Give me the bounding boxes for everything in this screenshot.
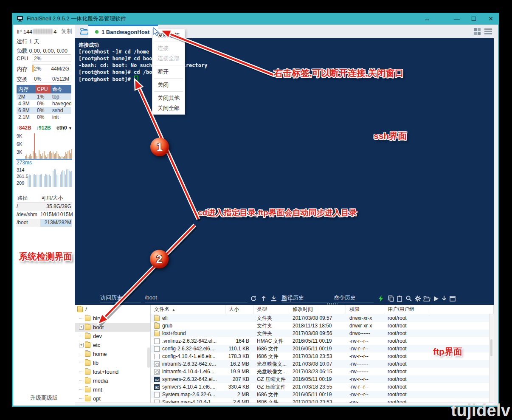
net-bar	[65, 152, 66, 159]
file-list-scrollbar[interactable]	[489, 314, 494, 403]
file-name-cell: config-4.10.4-1.el6.elr...	[151, 352, 225, 360]
disk-row[interactable]: /dev/shm1015M/1015M	[17, 211, 72, 219]
close-button[interactable]: ✕	[482, 13, 499, 25]
process-table-header[interactable]: 内存 CPU 命令	[17, 85, 71, 93]
path-history-field[interactable]: 路径历史	[282, 294, 329, 302]
col-type[interactable]: 类型	[253, 305, 289, 314]
refresh-icon[interactable]	[250, 295, 257, 302]
tree-item-lib[interactable]: lib	[75, 358, 150, 367]
col-modified[interactable]: 修改时间	[289, 305, 346, 314]
file-row-lost+found[interactable]: lost+found文件夹2017/03/08 09:56drwx------r…	[151, 330, 494, 337]
resize-icon[interactable]: ↔	[419, 13, 436, 25]
tree-item-mnt[interactable]: mnt	[75, 385, 150, 394]
tab-bandwagonhost[interactable]: 1 BandwagonHost	[88, 25, 158, 38]
ping-bar	[71, 171, 72, 187]
file-type-cell: 光盘映像文...	[253, 368, 289, 375]
file-row-symvers-2.6.32-642.el...[interactable]: GZsymvers-2.6.32-642.el...207 KBGZ 压缩文件2…	[151, 375, 494, 383]
file-row-symvers-4.10.4-1.el6....[interactable]: GZsymvers-4.10.4-1.el6....330.4 KBGZ 压缩文…	[151, 383, 494, 391]
download-icon[interactable]	[270, 295, 278, 302]
menu-item-断开[interactable]: 断开	[152, 67, 185, 77]
system-monitor-sidebar: IP 144 4 复制 运行 1 天 负载 0.00, 0.00, 0.00 C…	[13, 25, 75, 406]
file-rows: efi文件夹2017/03/08 09:57drwxr-xr-xroot/roo…	[151, 314, 494, 403]
tree-item-etc[interactable]: +etc	[75, 341, 150, 350]
ping-graph: 314 261.5 209	[16, 166, 72, 187]
access-history-field[interactable]: 访问历史	[100, 294, 141, 302]
disk-row[interactable]: /boot213M/282M	[17, 219, 72, 227]
minimize-button[interactable]: —	[448, 13, 465, 25]
window-icon[interactable]	[449, 295, 456, 302]
tree-item-label: home	[93, 351, 107, 357]
open-folder-icon[interactable]	[423, 295, 430, 302]
file-row-efi[interactable]: efi文件夹2017/03/08 09:57drwxr-xr-xroot/roo…	[151, 314, 494, 322]
col-command[interactable]: 命令	[51, 85, 71, 93]
disc-icon	[154, 361, 160, 367]
tree-scrollbar[interactable]	[147, 347, 150, 368]
search-icon[interactable]	[405, 295, 413, 302]
command-history-field[interactable]: 命令历史	[334, 294, 374, 302]
splitter-handle[interactable]	[327, 303, 338, 304]
menu-item-关闭全部[interactable]: 关闭全部	[152, 103, 185, 113]
tree-item-media[interactable]: media	[75, 376, 150, 385]
interface-selector[interactable]: eth0 ▼	[56, 125, 72, 131]
col-memory[interactable]: 内存	[17, 85, 35, 93]
expander-plus-icon[interactable]: +	[79, 325, 84, 330]
tree-item-dev[interactable]: dev	[75, 332, 150, 341]
net-bar	[40, 154, 41, 159]
file-row-System.map-2.6.32-6...[interactable]: System.map-2.6.32-6...2 MBI686 文件2016/05…	[151, 391, 494, 398]
sync-bolt-icon[interactable]	[377, 295, 385, 302]
file-row-.vmlinuz-2.6.32-642.el...[interactable]: .vmlinuz-2.6.32-642.el...164 BHMAC 文件201…	[151, 337, 494, 345]
process-row[interactable]: 2M1%top	[17, 93, 71, 100]
ping-bar	[60, 175, 61, 187]
disk-table-header[interactable]: 路径 可用/大小	[17, 194, 72, 203]
expander-plus-icon[interactable]: +	[79, 343, 84, 347]
disk-row[interactable]: /35.8G/39G	[17, 203, 72, 211]
file-type-cell: I686 文件	[253, 391, 289, 398]
scrollbar-thumb[interactable]	[490, 339, 492, 356]
file-row-grub[interactable]: grub文件夹2018/11/13 18:50drwxr-xr-xroot/ro…	[151, 322, 494, 330]
copy-icon[interactable]	[387, 295, 395, 302]
tree-item-opt[interactable]: opt	[75, 394, 150, 403]
directory-tree[interactable]: / bin+bootdev+etchomeliblost+foundmediam…	[75, 305, 151, 403]
file-row-System.map-4.10.4-1...[interactable]: System.map-4.10.4-1...2.6 MBI686 文件2017/…	[151, 398, 494, 403]
tree-root[interactable]: /	[75, 305, 150, 314]
arrow-down-icon[interactable]	[440, 295, 448, 302]
ping-bar	[49, 175, 50, 187]
process-row[interactable]: 4.3M0%haveged	[17, 100, 71, 107]
layout-grid-icon[interactable]	[474, 28, 481, 37]
copy-ip-link[interactable]: 复制	[61, 28, 72, 35]
process-cell: init	[51, 114, 71, 121]
swap-gauge: 交换 0% 0/512M	[13, 75, 75, 83]
horizontal-scrollbar[interactable]	[75, 403, 494, 406]
col-cpu[interactable]: CPU	[35, 85, 51, 93]
col-permissions[interactable]: 权限	[346, 305, 384, 314]
tree-item-home[interactable]: home	[75, 350, 150, 358]
right-collapsed-panel[interactable]	[494, 38, 498, 406]
gear-icon[interactable]	[414, 295, 422, 302]
current-path-field[interactable]: /boot	[145, 294, 248, 302]
tree-item-bin[interactable]: bin	[75, 314, 150, 323]
tree-item-lost+found[interactable]: lost+found	[75, 367, 150, 376]
net-bar	[35, 153, 36, 159]
net-bar	[71, 149, 72, 159]
maximize-button[interactable]: ☐	[465, 13, 482, 25]
file-date-cell: 2017/03/08 10:07	[289, 360, 346, 368]
file-date-cell: 2017/03/08 09:56	[289, 330, 346, 337]
play-icon[interactable]	[432, 295, 440, 302]
file-row-initramfs-4.10.4-1.el6....[interactable]: initramfs-4.10.4-1.el6....19.9 MB光盘映像文..…	[151, 368, 494, 375]
menu-item-关闭[interactable]: 关闭	[152, 80, 185, 90]
menu-burger-icon[interactable]	[484, 28, 492, 37]
parent-directory-icon[interactable]	[260, 295, 267, 302]
col-filename[interactable]: 文件名▲	[151, 305, 225, 314]
tree-item-boot[interactable]: +boot	[75, 323, 150, 332]
col-avail-size[interactable]: 可用/大小	[40, 194, 72, 202]
file-row-initramfs-2.6.32-642.e...[interactable]: initramfs-2.6.32-642.e...16.2 MB光盘映像文...…	[151, 360, 494, 368]
paste-icon[interactable]	[396, 295, 403, 302]
process-row[interactable]: 6.8M0%sshd	[17, 107, 71, 114]
upgrade-link[interactable]: 升级高级版	[13, 394, 75, 402]
col-path[interactable]: 路径	[17, 194, 40, 202]
disc-icon	[154, 369, 160, 375]
menu-item-关闭其他[interactable]: 关闭其他	[152, 93, 185, 103]
col-size[interactable]: 大小	[225, 305, 253, 314]
process-row[interactable]: 2.1M0%init	[17, 114, 71, 121]
col-owner[interactable]: 用户/用户组	[384, 305, 429, 314]
